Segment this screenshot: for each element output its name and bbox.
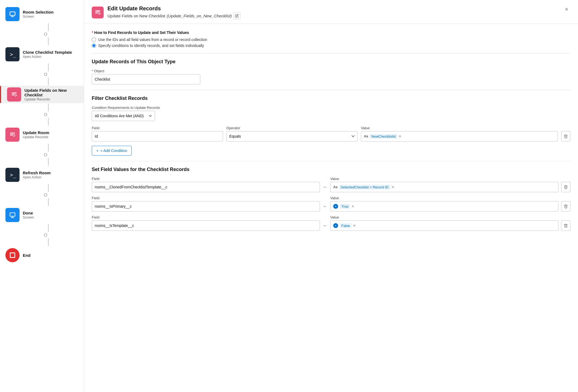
add-condition-plus: + (96, 148, 99, 153)
condition-field-label: Field (92, 126, 223, 130)
filter-section: Filter Checklist Records Condition Requi… (92, 96, 570, 156)
condition-field-block: Field (92, 126, 223, 141)
done-info: Done Screen (23, 211, 34, 219)
set-field-2-label: Field (92, 215, 320, 219)
condition-field-input[interactable] (92, 131, 223, 141)
sidebar-item-update-room[interactable]: Update Room Update Records (0, 126, 84, 143)
set-field-0-value-label: Value (330, 177, 558, 181)
set-field-0-variable-icon: Aa (333, 185, 337, 189)
modal-icon (92, 7, 104, 18)
svg-text:>_: >_ (10, 52, 16, 58)
room-selection-icon (5, 7, 20, 21)
set-field-row-1: Field ← Value ● True × (92, 196, 570, 211)
update-room-subtitle: Update Records (23, 135, 49, 139)
condition-value-input[interactable]: Aa NewChecklistId × (361, 131, 558, 141)
modal-title: Edit Update Records (107, 5, 240, 12)
done-title: Done (23, 211, 34, 215)
refresh-room-subtitle: Apex Action (23, 175, 51, 179)
done-subtitle: Screen (23, 215, 34, 219)
set-field-0-label: Field (92, 177, 320, 181)
end-title: End (23, 253, 30, 258)
condition-requirements: Condition Requirements to Update Records… (92, 106, 570, 121)
variable-icon: Aa (364, 134, 368, 138)
svg-rect-2 (10, 12, 15, 15)
set-field-1-value-label: Value (330, 196, 558, 200)
set-field-0-value-block: Value Aa SelectedChecklist > Record ID × (330, 177, 558, 192)
update-fields-title: Update Fields on New Checklist (24, 88, 78, 97)
modal-header: Edit Update Records Update Fields on New… (84, 0, 578, 24)
set-field-1-delete-button[interactable] (561, 201, 570, 211)
set-field-1-label: Field (92, 196, 320, 200)
divider-1 (92, 53, 570, 53)
clone-checklist-icon: >_ (5, 47, 20, 61)
condition-req-label: Condition Requirements to Update Records (92, 106, 570, 110)
radio-conditions[interactable] (92, 43, 96, 48)
sidebar-item-update-fields[interactable]: Update Fields on New Checklist Update Re… (0, 86, 84, 103)
room-selection-info: Room Selection Screen (23, 10, 53, 18)
divider-2 (92, 90, 570, 90)
clone-checklist-title: Clone Checklist Template (23, 50, 72, 55)
condition-row-0: Field Operator Equals Not Equal To Conta… (92, 126, 570, 141)
set-field-0-delete-button[interactable] (561, 182, 570, 192)
sidebar: Room Selection Screen >_ Clone Checklist… (0, 0, 84, 392)
set-field-1-tag-close[interactable]: × (352, 204, 354, 208)
radio-option-ids[interactable]: Use the IDs and all field values from a … (92, 37, 570, 42)
update-room-icon (5, 128, 20, 142)
set-field-1-value-block: Value ● True × (330, 196, 558, 211)
set-field-0-value-input[interactable]: Aa SelectedChecklist > Record ID × (330, 182, 558, 192)
set-field-2-value-input[interactable]: ● False × (330, 220, 558, 231)
modal-body: How to Find Records to Update and Set Th… (84, 24, 578, 241)
set-fields-title: Set Field Values for the Checklist Recor… (92, 167, 570, 172)
set-field-0-input[interactable] (92, 182, 320, 192)
svg-rect-6 (10, 213, 15, 216)
condition-operator-select[interactable]: Equals Not Equal To Contains Is Null (226, 131, 358, 141)
sidebar-item-room-selection[interactable]: Room Selection Screen (0, 5, 84, 23)
object-section-title: Update Records of This Object Type (92, 59, 570, 65)
update-fields-icon (7, 87, 21, 102)
object-field-input[interactable] (92, 74, 200, 84)
modal-subtitle: Update Fields on New Checklist (Update_F… (107, 12, 240, 19)
set-field-2-delete-button[interactable] (561, 220, 570, 231)
room-selection-subtitle: Screen (23, 14, 53, 18)
add-condition-button[interactable]: + + Add Condition (92, 146, 132, 156)
set-field-0-value-tag: SelectedChecklist > Record ID (339, 185, 390, 190)
radio-option-conditions[interactable]: Specify conditions to identify records, … (92, 43, 570, 48)
sidebar-item-done[interactable]: Done Screen (0, 206, 84, 224)
set-field-2-field-block: Field (92, 215, 320, 231)
clone-checklist-info: Clone Checklist Template Apex Action (23, 50, 72, 59)
condition-req-select[interactable]: All Conditions Are Met (AND) Any Conditi… (92, 111, 155, 121)
refresh-room-info: Refresh Room Apex Action (23, 170, 51, 179)
condition-value-tag: NewChecklistId (370, 134, 397, 139)
condition-delete-button[interactable] (561, 131, 570, 141)
sidebar-item-refresh-room[interactable]: >_ Refresh Room Apex Action (0, 166, 84, 184)
update-fields-info: Update Fields on New Checklist Update Re… (24, 88, 78, 101)
set-field-0-arrow: ← (323, 184, 328, 192)
set-field-2-value-block: Value ● False × (330, 215, 558, 231)
modal-subtitle-text: Update Fields on New Checklist (107, 14, 165, 18)
refresh-room-icon: >_ (5, 168, 20, 182)
set-fields-section: Set Field Values for the Checklist Recor… (92, 167, 570, 231)
end-icon (5, 248, 20, 262)
sidebar-item-end[interactable]: End (0, 246, 84, 264)
condition-value-tag-close[interactable]: × (399, 134, 401, 138)
radio-ids[interactable] (92, 37, 96, 42)
modal-title-block: Edit Update Records Update Fields on New… (107, 5, 240, 19)
set-field-1-bool-icon: ● (333, 204, 338, 209)
room-selection-title: Room Selection (23, 10, 53, 14)
main-panel: Edit Update Records Update Fields on New… (84, 0, 578, 392)
set-field-1-input[interactable] (92, 201, 320, 211)
set-field-1-arrow: ← (323, 204, 328, 211)
update-room-title: Update Room (23, 130, 49, 135)
update-fields-subtitle: Update Records (24, 97, 78, 101)
set-field-1-field-block: Field (92, 196, 320, 211)
set-field-2-tag-close[interactable]: × (353, 224, 355, 227)
sidebar-item-clone-checklist[interactable]: >_ Clone Checklist Template Apex Action (0, 46, 84, 63)
set-field-2-input[interactable] (92, 220, 320, 231)
close-button[interactable]: × (563, 5, 570, 13)
set-field-0-tag-close[interactable]: × (392, 185, 394, 189)
set-field-1-value-tag: True (340, 204, 350, 209)
object-section: Update Records of This Object Type Objec… (92, 59, 570, 84)
edit-subtitle-button[interactable] (233, 12, 240, 19)
set-field-1-value-input[interactable]: ● True × (330, 201, 558, 211)
refresh-room-title: Refresh Room (23, 170, 51, 175)
